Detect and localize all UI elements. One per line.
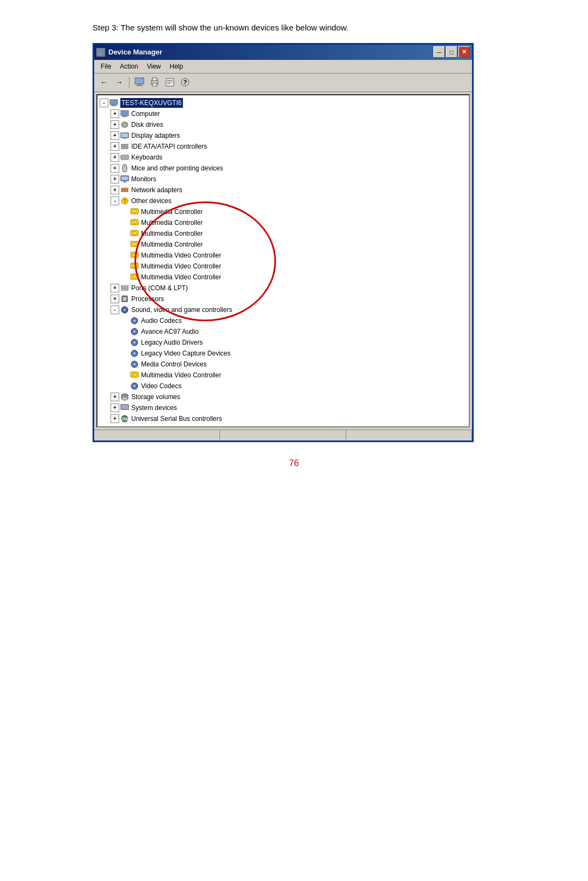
tree-item-11[interactable]: ! Multimedia Controller [100,228,467,239]
menu-action[interactable]: Action [115,61,142,72]
menu-file[interactable]: File [96,61,115,72]
svg-text:!: ! [134,275,135,279]
expander-17[interactable]: + [111,295,119,303]
expander-26[interactable]: + [111,393,119,401]
tree-item-2[interactable]: + Display adapters [100,130,467,141]
svg-rect-44 [121,188,128,192]
menu-view[interactable]: View [143,61,166,72]
svg-point-83 [133,320,136,322]
tree-item-14[interactable]: ! Multimedia Video Controller [100,261,467,272]
node-icon-20 [130,327,139,336]
svg-text:!: ! [134,210,135,213]
expander-6[interactable]: + [111,175,119,183]
expander-5[interactable]: + [111,164,119,173]
print-button[interactable] [148,76,161,89]
tree-item-21[interactable]: Legacy Audio Drivers [100,337,467,348]
node-icon-24: ! [130,371,139,380]
window-icon [96,48,105,57]
expander-1[interactable]: + [111,120,119,129]
close-button[interactable]: ✕ [458,46,470,58]
node-label-22: Legacy Video Capture Devices [141,348,231,358]
node-icon-27 [120,403,129,412]
svg-rect-20 [111,105,117,106]
svg-point-26 [124,124,126,126]
device-tree[interactable]: - TEST-KEQXUVGTI6 + Computer+ [96,94,470,427]
tree-item-7[interactable]: + Network adapters [100,185,467,195]
svg-rect-36 [125,156,126,157]
expander-2[interactable]: + [111,131,119,140]
menu-help[interactable]: Help [166,61,188,72]
node-label-3: IDE ATA/ATAPI controllers [131,142,207,151]
tree-item-9[interactable]: ! Multimedia Controller [100,206,467,217]
root-node[interactable]: - TEST-KEQXUVGTI6 [100,97,467,108]
computer-icon-btn[interactable] [133,76,146,89]
svg-text:!: ! [134,264,135,268]
expander-16[interactable]: + [111,284,119,292]
expander-4[interactable]: + [111,153,119,162]
properties-button[interactable] [163,76,176,89]
tree-item-26[interactable]: + Storage volumes [100,391,467,402]
help-button[interactable]: ? [179,76,192,89]
tree-item-22[interactable]: Legacy Video Capture Devices [100,348,467,359]
svg-rect-4 [136,78,143,83]
svg-rect-28 [121,133,128,137]
node-label-27: System devices [131,403,177,413]
tree-item-13[interactable]: ! Multimedia Video Controller [100,250,467,261]
node-label-8: Other devices [131,196,171,206]
svg-point-89 [133,352,136,354]
tree-item-15[interactable]: ! Multimedia Video Controller [100,272,467,283]
tree-item-16[interactable]: + Ports (COM & LPT) [100,283,467,293]
tree-item-0[interactable]: + Computer [100,108,467,119]
tree-item-3[interactable]: + IDE ATA/ATAPI controllers [100,141,467,152]
tree-item-8[interactable]: - ? Other devices [100,195,467,206]
node-label-20: Avance AC97 Audio [141,327,199,337]
tree-item-17[interactable]: + Processors [100,293,467,304]
expander-27[interactable]: + [111,403,119,412]
tree-item-25[interactable]: Video Codecs [100,381,467,391]
node-icon-26 [120,393,129,401]
expander-28[interactable]: + [111,414,119,423]
expander-3[interactable]: + [111,142,119,151]
tree-item-23[interactable]: Media Control Devices [100,359,467,370]
node-label-21: Legacy Audio Drivers [141,338,203,347]
node-icon-7 [120,186,129,194]
tree-item-28[interactable]: + USB Universal Serial Bus controllers [100,413,467,424]
back-button[interactable]: ← [97,76,111,89]
svg-point-85 [133,331,136,333]
maximize-button[interactable]: □ [446,46,457,58]
tree-item-1[interactable]: + Disk drives [100,119,467,130]
node-icon-3 [120,142,129,151]
status-bar [94,430,472,440]
root-expander[interactable]: - [100,99,108,107]
tree-item-24[interactable]: ! Multimedia Video Controller [100,370,467,381]
node-icon-21 [130,338,139,347]
node-icon-11: ! [130,229,139,238]
expander-18[interactable]: - [111,305,119,314]
tree-item-20[interactable]: Avance AC97 Audio [100,326,467,337]
minimize-button[interactable]: ─ [433,46,445,58]
tree-item-5[interactable]: + Mice and other pointing devices [100,163,467,174]
svg-point-74 [126,287,127,289]
svg-text:!: ! [134,242,135,246]
forward-button[interactable]: → [113,76,126,89]
title-bar-left: Device Manager [96,48,162,57]
node-label-18: Sound, video and game controllers [131,305,232,315]
tree-item-19[interactable]: Audio Codecs [100,315,467,326]
expander-8[interactable]: - [111,197,119,205]
svg-rect-76 [123,297,126,301]
node-icon-19 [130,316,139,325]
svg-rect-12 [167,80,173,81]
tree-item-6[interactable]: + Monitors [100,174,467,185]
expander-0[interactable]: + [111,109,119,118]
tree-item-18[interactable]: - Sound, video and game controllers [100,304,467,315]
svg-rect-101 [121,405,128,409]
svg-rect-41 [121,176,128,180]
expander-7[interactable]: + [111,186,119,194]
tree-item-27[interactable]: + System devices [100,402,467,413]
tree-item-12[interactable]: ! Multimedia Controller [100,239,467,250]
svg-rect-23 [123,115,126,116]
tree-item-10[interactable]: ! Multimedia Controller [100,217,467,228]
node-icon-9: ! [130,207,139,216]
tree-item-4[interactable]: + Keyboards [100,152,467,163]
window-controls: ─ □ ✕ [433,46,470,58]
